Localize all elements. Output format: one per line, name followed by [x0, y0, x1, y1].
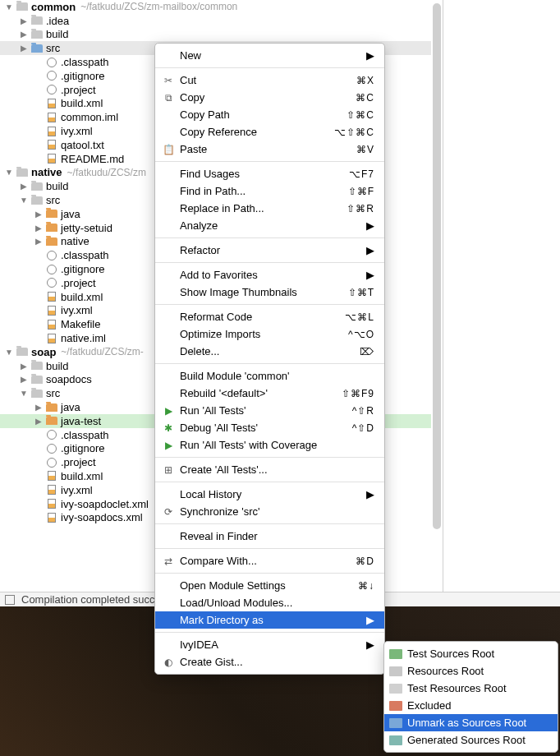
tree-label: common [31, 1, 76, 13]
tree-row[interactable]: .idea [0, 14, 443, 28]
expand-arrow-icon[interactable] [20, 182, 28, 191]
package-folder-icon [45, 402, 58, 413]
blank-icon [162, 345, 175, 358]
menu-shortcut: ^⌥O [348, 329, 374, 340]
debug-all-tests--icon: ✱ [162, 422, 175, 435]
submenu-arrow-icon: ▶ [366, 614, 374, 626]
menu-label: Reformat Code [180, 311, 345, 323]
folder-color-icon [389, 666, 402, 676]
expand-arrow-icon[interactable] [34, 210, 43, 219]
menu-item[interactable]: ⊞Create 'All Tests'... [155, 461, 384, 478]
package-folder-icon [45, 415, 58, 426]
menu-item[interactable]: Delete...⌦ [155, 343, 384, 360]
expand-arrow-icon[interactable] [20, 196, 28, 205]
tree-path: ~/fatkudu/ZCS/zm-mailbox/common [80, 1, 237, 12]
menu-item[interactable]: Find Usages⌥F7 [155, 165, 384, 182]
menu-item[interactable]: ✱Debug 'All Tests'^⇧D [155, 419, 384, 436]
menu-item[interactable]: Reveal in Finder [155, 528, 384, 545]
menu-label: Delete... [180, 345, 360, 357]
menu-item[interactable]: Build Module 'common' [155, 367, 384, 385]
menu-item[interactable]: ⧉Copy⌘C [155, 89, 384, 106]
tree-label: .project [61, 456, 96, 468]
menu-separator [155, 262, 384, 263]
menu-item[interactable]: ⇄Compare With...⌘D [155, 552, 384, 569]
tree-label: src [46, 387, 60, 399]
expand-arrow-icon[interactable] [20, 362, 28, 371]
expand-arrow-icon[interactable] [20, 44, 28, 53]
blank-icon [162, 488, 175, 501]
menu-item[interactable]: Find in Path...⇧⌘F [155, 182, 384, 200]
tree-label: soap [31, 346, 56, 358]
expand-arrow-icon[interactable] [5, 168, 13, 177]
expand-arrow-icon[interactable] [20, 16, 28, 25]
tree-row[interactable]: build [0, 28, 443, 42]
menu-label: Copy [180, 91, 356, 104]
mark-directory-submenu[interactable]: Test Sources RootResources RootTest Reso… [383, 641, 558, 753]
menu-label: Copy Path [180, 108, 347, 121]
scroll-thumb[interactable] [433, 3, 441, 529]
blank-icon [162, 126, 175, 139]
menu-item[interactable]: Rebuild '<default>'⇧⌘F9 [155, 385, 384, 402]
menu-separator [155, 304, 384, 305]
menu-item[interactable]: IvyIDEA▶ [155, 636, 384, 653]
expand-arrow-icon[interactable] [20, 389, 28, 398]
file-icon [45, 277, 58, 288]
submenu-label: Resources Root [407, 665, 484, 677]
file-icon [45, 264, 58, 275]
submenu-item[interactable]: Test Resources Root [384, 680, 558, 697]
menu-label: Create Gist... [180, 656, 374, 668]
tree-label: native.iml [61, 332, 106, 344]
menu-item[interactable]: 📋Paste⌘V [155, 141, 384, 158]
submenu-item[interactable]: Resources Root [384, 662, 558, 680]
menu-item[interactable]: Analyze▶ [155, 217, 384, 234]
tree-label: .project [61, 84, 96, 96]
menu-label: Synchronize 'src' [180, 505, 374, 518]
expand-arrow-icon[interactable] [5, 2, 13, 12]
menu-item[interactable]: Reformat Code⌥⌘L [155, 308, 384, 325]
menu-item[interactable]: New▶ [155, 47, 384, 64]
menu-item[interactable]: Replace in Path...⇧⌘R [155, 200, 384, 217]
menu-item[interactable]: Refactor▶ [155, 242, 384, 259]
tree-label: src [46, 42, 60, 54]
tree-label: build.xml [61, 470, 103, 482]
menu-item[interactable]: Local History▶ [155, 486, 384, 503]
menu-item[interactable]: Mark Directory as▶ [155, 611, 384, 629]
menu-item[interactable]: Add to Favorites▶ [155, 266, 384, 284]
submenu-item[interactable]: Unmark as Sources Root [384, 714, 558, 731]
expand-arrow-icon[interactable] [34, 237, 43, 246]
menu-item[interactable]: Open Module Settings⌘↓ [155, 577, 384, 594]
tree-row[interactable]: common~/fatkudu/ZCS/zm-mailbox/common [0, 0, 443, 14]
menu-item[interactable]: Copy Reference⌥⇧⌘C [155, 123, 384, 141]
menu-item[interactable]: ⟳Synchronize 'src' [155, 503, 384, 520]
menu-item[interactable]: Optimize Imports^⌥O [155, 325, 384, 343]
folder-icon [16, 1, 29, 12]
submenu-item[interactable]: Excluded [384, 697, 558, 714]
file-icon [45, 457, 58, 468]
context-menu[interactable]: New▶✂Cut⌘X⧉Copy⌘CCopy Path⇧⌘CCopy Refere… [154, 43, 385, 675]
file-icon [45, 498, 58, 509]
menu-item[interactable]: ◐Create Gist... [155, 653, 384, 671]
expand-arrow-icon[interactable] [34, 224, 43, 233]
expand-arrow-icon[interactable] [20, 375, 28, 384]
expand-arrow-icon[interactable] [34, 403, 43, 412]
submenu-item[interactable]: Generated Sources Root [384, 731, 558, 749]
tree-label: build [46, 180, 68, 192]
menu-separator [155, 523, 384, 524]
menu-label: Open Module Settings [180, 579, 358, 592]
menu-item[interactable]: ▶Run 'All Tests' with Coverage [155, 436, 384, 454]
menu-item[interactable]: Copy Path⇧⌘C [155, 106, 384, 123]
tree-label: .classpath [61, 429, 109, 441]
expand-arrow-icon[interactable] [5, 348, 13, 357]
expand-arrow-icon[interactable] [20, 30, 28, 39]
blank-icon [162, 579, 175, 592]
menu-shortcut: ⌥⌘L [345, 311, 374, 323]
expand-arrow-icon[interactable] [34, 417, 43, 426]
menu-item[interactable]: Load/Unload Modules... [155, 594, 384, 611]
menu-item[interactable]: ▶Run 'All Tests'^⇧R [155, 402, 384, 419]
menu-item[interactable]: Show Image Thumbnails⇧⌘T [155, 284, 384, 301]
menu-item[interactable]: ✂Cut⌘X [155, 71, 384, 89]
tree-label: .idea [46, 15, 69, 27]
tree-scrollbar[interactable] [431, 0, 443, 592]
tree-label: Makefile [61, 318, 100, 330]
submenu-item[interactable]: Test Sources Root [384, 645, 558, 662]
